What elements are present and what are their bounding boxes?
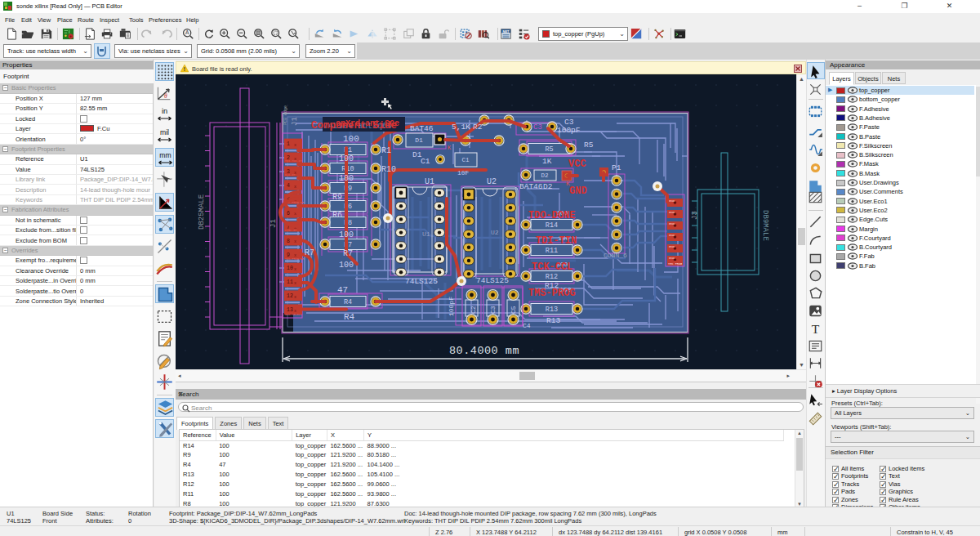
svg-text:NET: NET — [503, 29, 510, 34]
svg-text:R7: R7 — [305, 248, 314, 257]
svg-text:D2: D2 — [543, 182, 553, 191]
svg-text:TMS-PROG: TMS-PROG — [528, 288, 576, 299]
svg-text:C1: C1 — [461, 157, 470, 163]
svg-text:U2: U2 — [491, 229, 499, 236]
svg-text:4: 4 — [287, 183, 290, 189]
svg-text:10: 10 — [287, 266, 293, 271]
svg-text:1: 1 — [287, 141, 290, 147]
svg-text:x: x — [294, 239, 296, 244]
svg-text:J1: J1 — [291, 117, 299, 126]
svg-text:in: in — [162, 107, 167, 115]
svg-text:R13: R13 — [546, 306, 558, 314]
svg-text:GND: GND — [669, 257, 675, 260]
svg-text:R7: R7 — [343, 249, 353, 258]
svg-text:R4: R4 — [344, 312, 355, 322]
svg-text:12: 12 — [287, 293, 293, 299]
svg-text:DB25MALE: DB25MALE — [198, 194, 206, 230]
svg-text:R12: R12 — [546, 273, 558, 281]
svg-text:C4: C4 — [523, 322, 531, 329]
svg-text:T: T — [812, 322, 820, 336]
svg-text:TDO-DONE: TDO-DONE — [528, 210, 576, 221]
svg-text:mm: mm — [159, 151, 171, 159]
svg-text:x: x — [294, 185, 296, 190]
svg-text:BAT46: BAT46 — [519, 182, 543, 191]
svg-text:x: x — [294, 267, 296, 272]
svg-text:1K: 1K — [542, 157, 552, 166]
svg-text:A: A — [185, 29, 189, 35]
svg-text:GND: GND — [669, 199, 675, 203]
svg-text:100: 100 — [343, 134, 359, 144]
svg-text:8: 8 — [287, 239, 290, 244]
svg-text:TDI-TCK-DT: TDI-TCK-DT — [285, 159, 302, 163]
svg-text:PCB edge: PCB edge — [283, 105, 288, 125]
svg-text:D1: D1 — [415, 136, 423, 144]
svg-text:100pF: 100pF — [448, 297, 455, 316]
svg-text:80.4000 mm: 80.4000 mm — [449, 345, 519, 357]
svg-text:R5: R5 — [545, 145, 553, 154]
svg-text:U1: U1 — [422, 230, 430, 238]
svg-text:C3: C3 — [533, 123, 542, 132]
svg-text:100: 100 — [339, 230, 354, 239]
svg-text:P1: P1 — [612, 163, 621, 172]
svg-text:D2: D2 — [541, 172, 548, 179]
svg-text:onXrd ant S0e: onXrd ant S0e — [336, 119, 399, 128]
svg-text:TDO-PROG-DR: TDO-PROG-DR — [285, 257, 305, 261]
svg-text:CLK-DT: CLK-DT — [285, 173, 296, 176]
svg-text:R4: R4 — [344, 298, 352, 306]
svg-text:BAT46: BAT46 — [410, 124, 434, 133]
svg-text:100: 100 — [339, 154, 354, 163]
svg-text:11: 11 — [287, 279, 293, 285]
svg-text:R1: R1 — [381, 146, 391, 155]
svg-text:74LS125: 74LS125 — [405, 277, 438, 286]
svg-text:CONN_6: CONN_6 — [604, 252, 627, 259]
svg-text:J1: J1 — [270, 219, 278, 228]
svg-text:10F: 10F — [457, 169, 470, 176]
svg-text:R14: R14 — [546, 221, 558, 230]
svg-text:TMS PROG: TMS PROG — [668, 262, 682, 266]
svg-text:TCK-CCL: TCK-CCL — [532, 261, 572, 273]
svg-text:x: x — [294, 281, 296, 286]
svg-text:TDI-TIN: TDI-TIN — [536, 235, 577, 247]
svg-text:R6: R6 — [332, 211, 342, 220]
svg-text:CTRL-DT: CTRL-DT — [285, 229, 297, 232]
svg-text:C5: C5 — [510, 306, 517, 314]
svg-text:C1: C1 — [421, 157, 430, 166]
svg-text:47: 47 — [337, 285, 348, 295]
svg-text:C2: C2 — [470, 306, 477, 314]
svg-text:R10: R10 — [381, 165, 396, 174]
svg-text:GND-SELECT: GND-SELECT — [285, 313, 302, 316]
svg-text:GND: GND — [669, 234, 675, 237]
svg-text:U2: U2 — [487, 177, 497, 186]
svg-text:x: x — [294, 295, 296, 300]
svg-text:74LS125: 74LS125 — [476, 276, 509, 285]
svg-text:R5: R5 — [584, 141, 594, 150]
svg-text:θ: θ — [164, 92, 167, 100]
svg-text:GND: GND — [669, 222, 675, 226]
svg-text:6: 6 — [287, 211, 290, 217]
svg-text:C3: C3 — [489, 306, 497, 314]
svg-text:J3: J3 — [691, 211, 699, 220]
svg-text:DB9MALE: DB9MALE — [761, 210, 769, 241]
svg-text:R9: R9 — [332, 193, 342, 202]
svg-text:R13: R13 — [546, 316, 560, 325]
svg-text:100pF: 100pF — [557, 126, 581, 135]
svg-text:x: x — [294, 143, 296, 148]
svg-text:VCC: VCC — [568, 159, 586, 170]
svg-text:R11: R11 — [546, 247, 558, 255]
svg-text:GND: GND — [569, 185, 587, 197]
svg-text:100: 100 — [339, 261, 354, 270]
svg-text:U1: U1 — [425, 177, 434, 186]
svg-text:GND: GND — [669, 245, 675, 248]
svg-text:R2: R2 — [473, 123, 483, 132]
svg-text:GND: GND — [669, 211, 675, 214]
svg-text:5,1K: 5,1K — [452, 123, 470, 132]
svg-text:mil: mil — [160, 128, 169, 136]
svg-text:100: 100 — [339, 174, 354, 183]
